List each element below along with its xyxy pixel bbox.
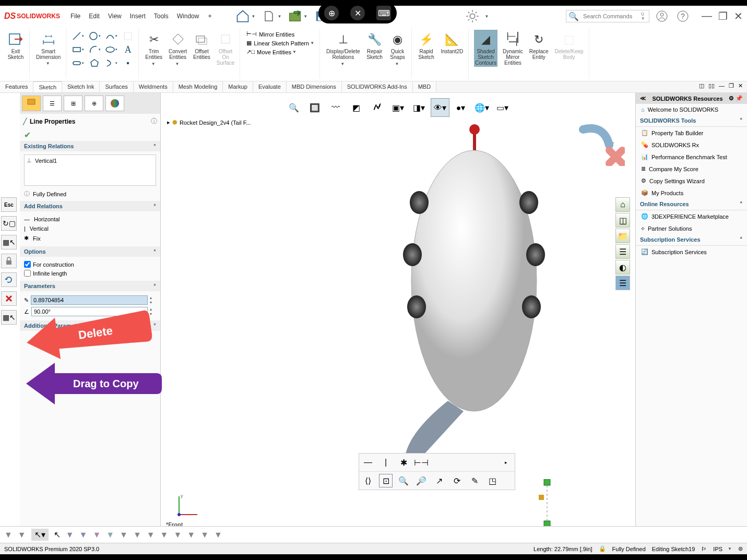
menu-pin-icon[interactable]: ✦ xyxy=(207,13,212,20)
length-param-input[interactable] xyxy=(31,295,148,305)
repair-sketch-button[interactable]: 🔧Repair Sketch xyxy=(365,30,384,68)
tab-evaluate[interactable]: Evaluate xyxy=(253,81,287,92)
esc-button[interactable]: Esc xyxy=(1,197,17,212)
user-icon[interactable] xyxy=(654,8,670,25)
bt-f-vertex[interactable]: ▼ xyxy=(66,530,74,540)
ctx-select-midpoint-icon[interactable]: 🔍 xyxy=(397,474,410,487)
move-entities-button[interactable]: ↗□Move Entities▼ xyxy=(245,47,298,56)
bt-f-axis[interactable]: ▼ xyxy=(133,530,141,540)
add-vertical[interactable]: |Vertical xyxy=(24,224,156,233)
sw-tools-section[interactable]: SOLIDWORKS Tools˄ xyxy=(636,115,747,127)
my-products[interactable]: 📦My Products xyxy=(636,187,747,199)
zoom-fit-icon[interactable]: 🔍 xyxy=(284,98,303,117)
bt-f-solid[interactable]: ▼ xyxy=(120,530,128,540)
refresh-icon[interactable]: ✕ xyxy=(350,6,365,20)
parabola-tool-icon[interactable]: ▾ xyxy=(105,57,117,69)
ctx-collapse-icon[interactable]: ▸ xyxy=(499,456,513,469)
quick-snaps-button[interactable]: ◉Quick Snaps▼ xyxy=(388,30,407,68)
offset-entities-button[interactable]: Offset Entities xyxy=(192,30,211,68)
zoom-in-icon[interactable]: ⊕ xyxy=(324,6,339,20)
existing-relations-header[interactable]: Existing Relations˄ xyxy=(20,141,160,151)
3dexperience-marketplace[interactable]: 🌐3DEXPERIENCE Marketplace xyxy=(636,210,747,222)
view-triad[interactable]: y x z xyxy=(171,491,197,517)
mirror-entities-button[interactable]: ⊢⊣Mirror Entities xyxy=(245,30,295,39)
config-tab[interactable]: ⊞ xyxy=(64,96,82,111)
text-tool-icon[interactable]: A xyxy=(122,43,134,56)
view-settings-icon[interactable]: ▭▾ xyxy=(493,98,512,117)
vr-cube-icon[interactable]: ◫ xyxy=(615,213,630,228)
viewport-split-icon[interactable]: ▯▯ xyxy=(708,82,715,91)
rectangle-tool-icon[interactable]: ▾ xyxy=(72,43,84,56)
rotate-view-icon[interactable]: ↻▢ xyxy=(1,216,17,231)
tab-solidworks-addins[interactable]: SOLIDWORKS Add-Ins xyxy=(342,81,413,92)
tab-mesh-modeling[interactable]: Mesh Modeling xyxy=(173,81,223,92)
bt-f-plane[interactable]: ▼ xyxy=(147,530,155,540)
bt-f-point[interactable]: ▼ xyxy=(160,530,169,540)
undo-side-icon[interactable] xyxy=(1,272,17,287)
vr-home-icon[interactable]: ⌂ xyxy=(615,197,630,212)
bt-f-note[interactable]: ▼ xyxy=(214,530,222,540)
ctx-zoom-icon[interactable]: 🔎 xyxy=(414,474,428,487)
section-view-icon[interactable]: ◩ xyxy=(347,98,366,117)
ctx-dimension-icon[interactable]: ⊢⊣ xyxy=(414,456,428,469)
replace-entity-button[interactable]: ↻Replace Entity xyxy=(528,30,550,67)
delete-x-icon[interactable] xyxy=(1,291,17,306)
search-box[interactable]: 🔍 Q ▼ xyxy=(566,10,649,22)
exit-sketch-button[interactable]: Exit Sketch xyxy=(6,30,25,61)
search-input[interactable] xyxy=(581,13,639,19)
keyboard-icon[interactable]: ⌨ xyxy=(376,6,391,20)
viewport[interactable]: 🔍 🔲 〰 ◩ 🗲 ▣▾ ◨▾ 👁▾ ●▾ 🌐▾ ▭▾ ▸⬢Rocket Des… xyxy=(161,93,635,533)
bt-filter2[interactable]: ▼ xyxy=(18,530,26,540)
new-icon[interactable] xyxy=(259,7,278,26)
line-tool-icon[interactable]: ▾ xyxy=(72,30,84,42)
close-button[interactable]: ✕ xyxy=(734,10,743,22)
ctx-construction-icon[interactable]: ⊡ xyxy=(379,474,393,487)
tab-features[interactable]: Features xyxy=(0,81,33,92)
partner-solutions[interactable]: ⟡Partner Solutions xyxy=(636,222,747,234)
bt-f-surf[interactable]: ▼ xyxy=(106,530,114,540)
status-flag-icon[interactable]: 🏳 xyxy=(701,546,707,552)
tab-mbd[interactable]: MBD xyxy=(413,81,436,92)
smart-dimension-button[interactable]: ⟷ Smart Dimension xyxy=(35,30,62,61)
viewport-min-icon[interactable]: — xyxy=(719,82,725,91)
help-icon[interactable]: ? xyxy=(674,8,691,25)
solidworks-rx[interactable]: 💊SOLIDWORKS Rx xyxy=(636,139,747,151)
feature-tree-tab[interactable] xyxy=(22,96,41,111)
instant2d-button[interactable]: 📐Instant2D xyxy=(440,30,465,61)
viewport-dual-icon[interactable]: ◫ xyxy=(699,82,704,91)
view-orientation-icon[interactable]: ▣▾ xyxy=(389,98,408,117)
ctx-sketch-icon[interactable]: ✎ xyxy=(468,474,481,487)
menu-view[interactable]: View xyxy=(108,13,122,20)
home-icon[interactable] xyxy=(233,7,252,26)
open-icon[interactable] xyxy=(286,7,304,26)
arc-tool-icon[interactable]: ▾ xyxy=(88,43,101,56)
welcome-item[interactable]: ⌂Welcome to SOLIDWORKS xyxy=(636,104,747,115)
compare-score[interactable]: ≣Compare My Score xyxy=(636,163,747,175)
tab-sketch-ink[interactable]: Sketch Ink xyxy=(62,81,100,92)
tab-markup[interactable]: Markup xyxy=(223,81,253,92)
status-cog-icon[interactable]: ⊚ xyxy=(738,545,743,552)
vr-folder-icon[interactable]: 📁 xyxy=(615,229,630,243)
bt-f-dim[interactable]: ▼ xyxy=(200,530,209,540)
edit-appearance-icon[interactable]: ●▾ xyxy=(452,98,470,117)
vr-palette-icon[interactable]: ◐ xyxy=(615,260,630,275)
ctx-exit-icon[interactable]: ◳ xyxy=(485,474,499,487)
circle-tool-icon[interactable]: ▾ xyxy=(88,30,101,42)
shaded-sketch-button[interactable]: ◢Shaded Sketch Contours xyxy=(474,30,497,67)
bt-select[interactable]: ↖ xyxy=(54,530,61,540)
viewport-max-icon[interactable]: ❐ xyxy=(729,82,734,91)
appearance-tab[interactable] xyxy=(105,96,124,111)
menu-file[interactable]: File xyxy=(70,13,80,20)
add-relations-header[interactable]: Add Relations˄ xyxy=(20,201,160,211)
tab-mbd-dimensions[interactable]: MBD Dimensions xyxy=(287,81,342,92)
maximize-button[interactable]: ❐ xyxy=(718,10,728,22)
menu-edit[interactable]: Edit xyxy=(89,13,100,20)
property-manager-tab[interactable]: ☰ xyxy=(43,96,62,111)
property-tab-builder[interactable]: 📋Property Tab Builder xyxy=(636,127,747,139)
performance-benchmark[interactable]: 📊Performance Benchmark Test xyxy=(636,151,747,163)
ok-check-icon[interactable]: ✔ xyxy=(24,130,31,139)
hide-show-icon[interactable]: 👁▾ xyxy=(431,98,449,117)
stadium-tool-icon[interactable]: ▾ xyxy=(72,57,84,69)
help-small-icon[interactable]: ⓘ xyxy=(151,117,157,126)
add-horizontal[interactable]: —Horizontal xyxy=(24,215,156,224)
